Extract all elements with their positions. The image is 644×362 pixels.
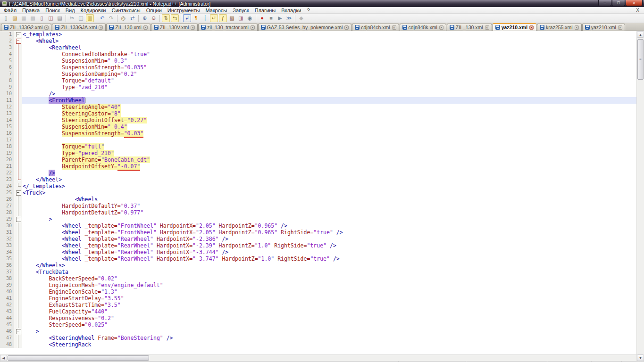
menu-item-кодировки[interactable]: Кодировки <box>78 8 109 13</box>
zoom-out-icon[interactable]: ⊖ <box>150 14 158 22</box>
code-text[interactable]: SuspensionMin="-0.4" <box>22 123 636 130</box>
replace-icon[interactable]: ⇄ <box>128 14 136 22</box>
horizontal-scrollbar[interactable]: ◀ ▶ <box>0 354 644 361</box>
code-text[interactable]: SuspensionStrength="0.03" <box>22 130 636 137</box>
tab-close-icon[interactable]: ✕ <box>529 25 534 30</box>
tab-close-icon[interactable]: ✕ <box>392 25 396 30</box>
undo-icon[interactable]: ↶ <box>98 14 106 22</box>
code-line[interactable]: 42 ExhaustStartTime="3.5" <box>0 302 636 308</box>
code-line[interactable]: 23 </Wheel> <box>0 176 636 183</box>
code-line[interactable]: 35 <Wheel _template="RearWheel" Hardpoin… <box>0 255 636 262</box>
zoom-in-icon[interactable]: ⊕ <box>141 14 149 22</box>
code-area[interactable]: 1<_templates>2 <Wheel>3 <RearWheel4 Conn… <box>0 31 636 354</box>
code-line[interactable]: 18 Torque="full" <box>0 143 636 150</box>
minimize-button[interactable]: – <box>598 0 611 6</box>
code-line[interactable]: 1<_templates> <box>0 31 636 38</box>
tab-close-icon[interactable]: ✕ <box>575 25 579 30</box>
find-icon[interactable]: ◎ <box>119 14 127 22</box>
code-text[interactable]: <RearWheel <box>22 44 636 51</box>
code-line[interactable]: 24</_templates> <box>0 183 636 189</box>
tab-close-icon[interactable]: ✕ <box>344 25 349 30</box>
tab-yaz210-xml[interactable]: yaz210.xml✕ <box>493 23 536 31</box>
code-text[interactable]: ConnectedToHandbrake="true" <box>22 51 636 58</box>
tab-zil-130v-xml[interactable]: ZIL-130V.xml✕ <box>151 24 198 31</box>
code-text[interactable]: <Wheel _template="FrontWheel" HardpointX… <box>22 222 636 229</box>
sync-scroll-horizontal-icon[interactable]: ⇆ <box>171 14 179 22</box>
tab-yaz210-xml[interactable]: yaz210.xml✕ <box>582 24 625 31</box>
menu-item-запуск[interactable]: Запуск <box>230 8 251 13</box>
code-line[interactable]: 39 EngineIconMesh="env/engine_default" <box>0 282 636 288</box>
code-line[interactable]: 27 HardpointDefaultY="0.37" <box>0 203 636 209</box>
close-file-icon[interactable]: ▯ <box>38 14 46 22</box>
code-line[interactable]: 9 Type="zad_210" <box>0 84 636 90</box>
code-text[interactable]: <SteeringWheel Frame="BoneSteering" /> <box>22 335 636 341</box>
code-line[interactable]: 4 ConnectedToHandbrake="true" <box>0 51 636 58</box>
scroll-left-arrow-icon[interactable]: ◀ <box>0 355 7 361</box>
code-text[interactable]: EngineIconScale="1.3" <box>22 288 636 295</box>
menu-item-вкладки[interactable]: Вкладки <box>278 8 304 13</box>
code-line[interactable]: 33 <Wheel _template="RearWheel" Hardpoin… <box>0 242 636 249</box>
horizontal-scrollbar-thumb[interactable] <box>8 355 149 361</box>
code-line[interactable]: 48 <SteeringRack <box>0 341 636 348</box>
vertical-scrollbar[interactable]: ▲ ▼ <box>636 31 644 361</box>
code-line[interactable]: 32 <Wheel _template="RearWheel" Hardpoin… <box>0 236 636 242</box>
code-line[interactable]: 16 SuspensionStrength="0.03" <box>0 130 636 137</box>
copy-icon[interactable]: ◫ <box>77 14 85 22</box>
scroll-up-arrow-icon[interactable]: ▲ <box>637 31 644 38</box>
code-text[interactable]: SuspensionMin="-0.3" <box>22 58 636 64</box>
code-line[interactable]: 40 EngineIconScale="1.3" <box>0 288 636 295</box>
sync-scroll-vertical-icon[interactable]: ⇅ <box>162 14 170 22</box>
code-line[interactable]: 29 > <box>0 216 636 222</box>
code-text[interactable]: <Wheel> <box>22 38 636 44</box>
code-text[interactable] <box>22 137 636 143</box>
code-text[interactable]: /> <box>22 170 636 176</box>
code-text[interactable]: FuelCapacity="440" <box>22 308 636 315</box>
indent-guides-icon[interactable]: ┆ <box>201 14 209 22</box>
menu-item-поиск[interactable]: Поиск <box>42 8 62 13</box>
macro-run-multiple-icon[interactable]: ≫ <box>285 14 293 22</box>
code-text[interactable]: <FrontWheel <box>22 97 636 104</box>
code-line[interactable]: 5 SuspensionMin="-0.3" <box>0 58 636 64</box>
scroll-down-arrow-icon[interactable]: ▼ <box>637 354 644 361</box>
tab-kraz255-xml[interactable]: kraz255.xml✕ <box>537 24 582 31</box>
show-end-of-line-icon[interactable]: ¶ <box>192 14 200 22</box>
code-text[interactable]: SteeringCastor="8" <box>22 110 636 117</box>
tab-zil-133g2-xml[interactable]: ZIL-133G2.xml✕ <box>1 24 51 31</box>
new-file-icon[interactable]: ▯ <box>2 14 10 22</box>
tab-cdjn848k-xml[interactable]: cdjn848k.xml✕ <box>400 24 446 31</box>
code-text[interactable]: <TruckData <box>22 269 636 275</box>
tab-zil-130-xml[interactable]: ZIL_130.xml✕ <box>447 24 492 31</box>
code-line[interactable]: 31 <Wheel _template="FrontWheel" Hardpoi… <box>0 229 636 236</box>
cut-icon[interactable]: ✂ <box>68 14 76 22</box>
tab-zil-133gja-xml[interactable]: ZIL-133GJA.xml✕ <box>52 24 106 31</box>
save-all-icon[interactable]: ▩ <box>29 14 37 22</box>
code-text[interactable]: /> <box>22 90 636 97</box>
menu-item-синтаксисы[interactable]: Синтаксисы <box>109 8 143 13</box>
code-line[interactable]: 6 SuspensionStrength="0.035" <box>0 64 636 71</box>
code-text[interactable]: <SteeringRack <box>22 341 636 348</box>
tab-close-icon[interactable]: ✕ <box>485 25 489 30</box>
horizontal-scrollbar-track[interactable] <box>7 355 637 361</box>
code-line[interactable]: 7 SuspensionDamping="0.2" <box>0 71 636 77</box>
code-line[interactable]: 10 /> <box>0 90 636 97</box>
code-text[interactable]: <Wheel _template="RearWheel" HardpointX=… <box>22 236 636 242</box>
fold-toggle-icon[interactable] <box>14 31 22 38</box>
code-line[interactable]: 36 </Wheels> <box>0 262 636 269</box>
tab-close-icon[interactable]: ✕ <box>191 25 195 30</box>
menu-item-вид[interactable]: Вид <box>63 8 78 13</box>
code-text[interactable]: </_templates> <box>22 183 636 189</box>
tab-cdjn84ch-xml[interactable]: cdjn84ch.xml✕ <box>352 24 399 31</box>
code-line[interactable]: 20 ParentFrame="BoneCabin_cdt" <box>0 156 636 163</box>
save-icon[interactable]: ▦ <box>20 14 28 22</box>
editor[interactable]: 1<_templates>2 <Wheel>3 <RearWheel4 Conn… <box>0 31 644 354</box>
file-monitoring-icon[interactable]: ◉ <box>246 14 254 22</box>
paste-icon[interactable]: ▥ <box>86 14 94 22</box>
code-text[interactable]: <Wheel _template="RearWheel" HardpointX=… <box>22 242 636 249</box>
code-text[interactable]: ExhaustStartTime="3.5" <box>22 302 636 308</box>
code-line[interactable]: 34 <Wheel _template="RearWheel" Hardpoin… <box>0 249 636 255</box>
code-text[interactable]: Torque="full" <box>22 143 636 150</box>
code-text[interactable]: <Wheel _template="RearWheel" HardpointX=… <box>22 249 636 255</box>
macro-stop-icon[interactable]: ■ <box>267 14 275 22</box>
code-text[interactable]: <Wheels <box>22 196 636 203</box>
document-map-icon[interactable]: ▧ <box>228 14 236 22</box>
